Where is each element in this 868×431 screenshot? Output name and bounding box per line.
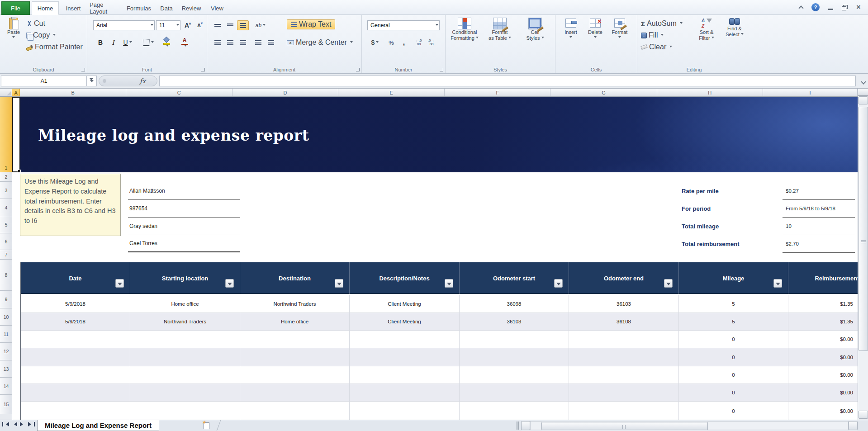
cell[interactable]: $1.35 <box>788 313 858 330</box>
help-icon[interactable]: ? <box>811 3 821 12</box>
insert-function-button[interactable]: ƒx <box>99 76 157 86</box>
field-name[interactable]: Allan Mattsson <box>128 182 240 200</box>
scroll-up-icon[interactable] <box>859 96 868 104</box>
accounting-format-button[interactable]: $ <box>367 38 383 47</box>
align-center-button[interactable] <box>224 38 236 47</box>
cell[interactable]: 5/9/2018 <box>21 313 130 330</box>
rate-per-mile-value[interactable]: $0.27 <box>783 182 855 200</box>
tab-file[interactable]: File <box>1 1 30 15</box>
col-header-G[interactable]: G <box>550 89 657 97</box>
cell[interactable] <box>460 402 569 420</box>
cell[interactable]: 5 <box>679 295 788 313</box>
row-header-8[interactable]: 8 <box>0 260 12 291</box>
fill-color-button[interactable] <box>159 37 174 48</box>
cell[interactable]: $0.00 <box>788 402 858 420</box>
find-select-button[interactable]: Find & Select <box>721 18 748 38</box>
filter-dropdown-icon[interactable] <box>554 279 563 288</box>
increase-indent-button[interactable] <box>265 38 277 47</box>
filter-dropdown-icon[interactable] <box>664 279 673 288</box>
close-icon[interactable]: × <box>854 3 863 12</box>
percent-style-button[interactable]: % <box>385 38 397 47</box>
vertical-split-handle[interactable] <box>858 89 868 96</box>
underline-button[interactable]: U <box>120 38 135 47</box>
row-header-13[interactable]: 13 <box>0 360 12 378</box>
cell[interactable]: 0 <box>679 348 788 366</box>
col-header-H[interactable]: H <box>657 89 763 97</box>
increase-decimal-button[interactable]: ←.0 .00 <box>413 38 424 47</box>
cell[interactable] <box>460 384 569 401</box>
cell[interactable]: 5 <box>679 313 788 330</box>
sort-filter-button[interactable]: AZ Sort & Filter <box>693 18 720 41</box>
cell[interactable] <box>240 384 350 401</box>
alignment-dialog-launcher-icon[interactable] <box>356 68 360 71</box>
row-header-15[interactable]: 15 <box>0 395 12 414</box>
cell[interactable]: 36103 <box>460 313 569 330</box>
vertical-scroll-thumb[interactable] <box>859 107 868 351</box>
tab-formulas[interactable]: Formulas <box>123 1 155 15</box>
cell[interactable] <box>350 331 460 348</box>
row-header-4[interactable]: 4 <box>0 199 12 216</box>
row-header-6[interactable]: 6 <box>0 233 12 250</box>
row-header-7[interactable]: 7 <box>0 250 12 260</box>
previous-sheet-icon[interactable] <box>12 422 17 426</box>
cell[interactable]: $0.00 <box>788 348 858 366</box>
insert-worksheet-icon[interactable]: ★ <box>202 422 212 430</box>
cell[interactable]: 36098 <box>460 295 569 313</box>
format-as-table-button[interactable]: Format as Table <box>483 18 517 41</box>
cell[interactable] <box>130 366 240 384</box>
cell[interactable] <box>21 384 130 401</box>
font-color-button[interactable]: A <box>177 37 192 48</box>
tab-data[interactable]: Data <box>156 1 177 15</box>
cell[interactable] <box>130 402 240 420</box>
row-header-5[interactable]: 5 <box>0 216 12 233</box>
filter-dropdown-icon[interactable] <box>225 279 234 288</box>
tab-view[interactable]: View <box>206 1 228 15</box>
copy-button[interactable]: Copy <box>26 30 56 40</box>
decrease-decimal-button[interactable]: .0→ .00 <box>425 38 437 47</box>
cell[interactable]: 36108 <box>569 313 679 330</box>
number-dialog-launcher-icon[interactable] <box>440 68 443 71</box>
cell[interactable] <box>460 348 569 366</box>
name-box-dropdown-icon[interactable] <box>87 76 97 86</box>
cell-styles-button[interactable]: Cell Styles <box>518 18 552 41</box>
decrease-indent-button[interactable] <box>252 38 264 47</box>
tab-home[interactable]: Home <box>32 1 59 15</box>
cell[interactable] <box>350 366 460 384</box>
cell[interactable] <box>21 348 130 366</box>
sheet-tab-active[interactable]: Mileage Log and Expense Report <box>37 420 159 431</box>
align-left-button[interactable] <box>212 38 223 47</box>
font-family-combo[interactable]: Arial <box>93 20 155 30</box>
cell[interactable] <box>130 384 240 401</box>
horizontal-split-handle[interactable] <box>517 422 519 430</box>
row-header-10[interactable]: 10 <box>0 308 12 326</box>
col-header-F[interactable]: F <box>445 89 550 97</box>
italic-button[interactable]: I <box>107 38 119 47</box>
cell[interactable] <box>569 331 679 348</box>
align-right-button[interactable] <box>237 38 249 47</box>
cell[interactable] <box>240 331 350 348</box>
active-cell-a1[interactable] <box>12 97 20 172</box>
cell[interactable]: Northwind Traders <box>240 295 350 313</box>
col-header-C[interactable]: C <box>126 89 232 97</box>
col-header-A[interactable]: A <box>12 89 20 97</box>
align-top-button[interactable] <box>212 20 223 30</box>
cell[interactable] <box>130 331 240 348</box>
tab-review[interactable]: Review <box>178 1 204 15</box>
field-approver[interactable]: Gael Torres <box>128 235 240 252</box>
col-header-E[interactable]: E <box>338 89 445 97</box>
cell[interactable] <box>460 366 569 384</box>
format-painter-button[interactable]: Format Painter <box>26 42 83 52</box>
cell[interactable]: 0 <box>679 402 788 420</box>
filter-dropdown-icon[interactable] <box>115 279 124 288</box>
font-dialog-launcher-icon[interactable] <box>201 68 205 71</box>
cell[interactable] <box>21 366 130 384</box>
insert-cells-button[interactable]: Insert <box>559 19 583 39</box>
filter-dropdown-icon[interactable] <box>335 279 343 288</box>
wrap-text-button[interactable]: Wrap Text <box>287 19 335 29</box>
tab-insert[interactable]: Insert <box>61 1 86 15</box>
clear-button[interactable]: Clear <box>641 42 672 52</box>
cell[interactable]: $1.35 <box>788 295 858 313</box>
cell[interactable]: Northwind Traders <box>130 313 240 330</box>
cell[interactable]: Home office <box>130 295 240 313</box>
cell[interactable] <box>350 402 460 420</box>
